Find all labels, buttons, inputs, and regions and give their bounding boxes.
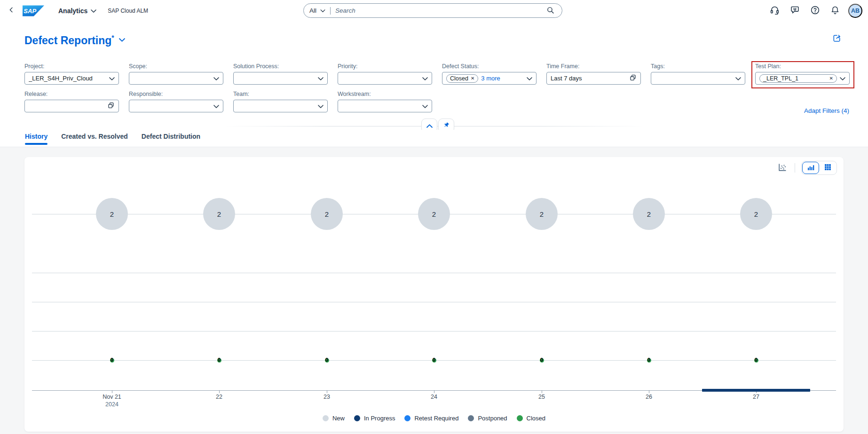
search-input[interactable] — [335, 7, 544, 14]
data-point-bubble[interactable]: 2 — [526, 198, 558, 230]
filter-label: Defect Status: — [442, 63, 537, 70]
time-frame-value: Last 7 days — [551, 75, 626, 82]
filter-time-frame: Time Frame: Last 7 days — [546, 63, 641, 85]
search-divider — [330, 7, 331, 15]
data-point-bubble[interactable]: 2 — [96, 198, 128, 230]
x-tick-year-label: 2024 — [84, 401, 140, 408]
tags-select[interactable] — [651, 72, 745, 85]
chevron-down-icon — [213, 102, 219, 110]
user-initials: AB — [851, 8, 860, 14]
x-tick — [327, 390, 327, 393]
defect-status-token: Closed ✕ — [446, 74, 478, 83]
legend-item-retest-required[interactable]: Retest Required — [404, 415, 458, 422]
gridline — [32, 302, 836, 302]
legend-item-in-progress[interactable]: In Progress — [354, 415, 395, 422]
tab-history[interactable]: History — [25, 130, 47, 146]
chevron-down-icon — [840, 74, 845, 83]
feedback-chat-icon — [790, 5, 800, 16]
page-title-menu[interactable]: Defect Reporting* — [24, 32, 125, 47]
filter-label: Solution Process: — [233, 63, 328, 70]
solution-process-select[interactable] — [233, 72, 328, 85]
defect-status-multiselect[interactable]: Closed ✕ 3 more — [442, 72, 537, 85]
priority-select[interactable] — [338, 72, 432, 85]
app-title-menu[interactable]: Analytics — [58, 7, 96, 15]
tab-created-vs-resolved[interactable]: Created vs. Resolved — [61, 130, 128, 146]
legend-item-closed[interactable]: Closed — [517, 415, 545, 422]
support-button[interactable] — [768, 3, 781, 18]
chevron-down-icon — [527, 74, 532, 83]
filter-label: Test Plan: — [755, 63, 850, 70]
team-select[interactable] — [233, 100, 328, 112]
chevron-down-icon — [735, 74, 741, 83]
page-header: Defect Reporting* — [0, 21, 868, 52]
data-point-bubble[interactable]: 2 — [203, 198, 235, 230]
filter-label: Tags: — [651, 63, 745, 70]
data-point-bubble[interactable]: 2 — [311, 198, 343, 230]
x-tick — [112, 390, 112, 393]
help-question-icon — [810, 5, 820, 16]
x-axis-selection-bar[interactable] — [702, 389, 810, 392]
search-icon — [546, 6, 554, 16]
gridline — [32, 331, 836, 331]
data-label: 2 — [217, 210, 221, 218]
x-tick — [649, 390, 649, 393]
chevron-down-icon — [422, 102, 428, 110]
user-avatar[interactable]: AB — [848, 4, 862, 18]
help-button[interactable] — [808, 3, 822, 18]
share-export-icon — [832, 33, 842, 44]
back-chevron-icon — [8, 6, 15, 15]
responsible-select[interactable] — [129, 100, 223, 112]
data-label: 2 — [540, 210, 544, 218]
x-tick-label: 27 — [728, 394, 784, 400]
chevron-down-icon — [213, 74, 219, 83]
scope-select[interactable] — [129, 72, 223, 85]
search-button[interactable] — [544, 4, 556, 17]
data-label: 0 — [644, 357, 654, 363]
filter-team: Team: — [233, 91, 328, 112]
chevron-down-icon — [318, 102, 324, 110]
history-chart: 2 2 2 2 2 2 2 0 0 0 0 0 0 — [24, 157, 844, 432]
legend-item-new[interactable]: New — [323, 415, 345, 422]
shell-left: SAP Analytics SAP Cloud ALM — [0, 4, 148, 17]
legend-item-postponed[interactable]: Postponed — [468, 415, 507, 422]
x-tick — [434, 390, 434, 393]
shell-search[interactable]: All — [303, 3, 562, 18]
gridline — [32, 273, 836, 273]
test-plan-token: _LER_TPL_1 ✕ — [759, 74, 837, 83]
project-select[interactable]: _LER_S4H_Priv_Cloud — [24, 72, 119, 85]
value-help-icon[interactable] — [107, 102, 115, 111]
sap-logo: SAP — [23, 5, 44, 16]
search-scope-select[interactable]: All — [309, 7, 325, 14]
notifications-button[interactable] — [829, 3, 842, 18]
remove-token-icon[interactable]: ✕ — [829, 76, 833, 81]
back-button[interactable] — [6, 4, 17, 17]
page-title: Defect Reporting* — [24, 32, 114, 47]
adapt-filters-link[interactable]: Adapt Filters (4) — [804, 107, 849, 114]
filter-tags: Tags: — [651, 63, 745, 85]
filter-defect-status: Defect Status: Closed ✕ 3 more — [442, 63, 537, 85]
chart-legend: New In Progress Retest Required Postpone… — [24, 415, 844, 422]
share-button[interactable] — [830, 32, 844, 46]
app-title: Analytics — [58, 7, 87, 15]
value-help-icon[interactable] — [629, 74, 637, 83]
shell-header: SAP Analytics SAP Cloud ALM All — [0, 0, 868, 21]
x-tick — [219, 390, 220, 393]
legend-label: Closed — [527, 415, 545, 422]
data-label: 0 — [214, 357, 224, 363]
tab-defect-distribution[interactable]: Defect Distribution — [142, 130, 200, 146]
data-point-bubble[interactable]: 2 — [633, 198, 665, 230]
data-point-bubble[interactable]: 2 — [740, 198, 772, 230]
data-point-bubble[interactable]: 2 — [418, 198, 450, 230]
chevron-down-icon — [91, 7, 96, 15]
data-label: 0 — [322, 357, 331, 363]
test-plan-multiselect[interactable]: _LER_TPL_1 ✕ — [755, 72, 850, 85]
feedback-button[interactable] — [788, 3, 802, 18]
legend-label: Retest Required — [414, 415, 458, 422]
more-tokens-link[interactable]: 3 more — [481, 75, 524, 82]
time-frame-input[interactable]: Last 7 days — [546, 72, 641, 85]
view-tabs: History Created vs. Resolved Defect Dist… — [0, 130, 868, 147]
filter-priority: Priority: — [338, 63, 432, 85]
workstream-select[interactable] — [338, 100, 432, 112]
release-input[interactable] — [24, 100, 119, 112]
remove-token-icon[interactable]: ✕ — [471, 76, 474, 81]
